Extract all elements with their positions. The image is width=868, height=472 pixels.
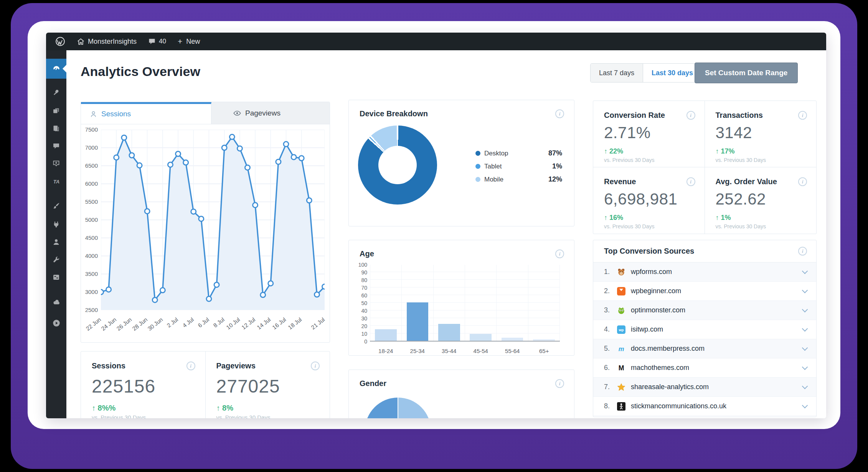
conversion-source-row[interactable]: 4. wp isitwp.com: [593, 320, 816, 339]
x-tick-label: 18 Jul: [287, 316, 303, 331]
info-icon[interactable]: [798, 177, 807, 186]
wordpress-logo-icon[interactable]: [51, 33, 69, 50]
legend-dot: [475, 151, 480, 156]
info-icon[interactable]: [686, 111, 695, 120]
comments-count: 40: [159, 38, 166, 45]
set-custom-date-range-button[interactable]: Set Custom Date Range: [695, 63, 798, 83]
conversion-source-row[interactable]: 8. stickmancommunications.co.uk: [593, 397, 816, 416]
last-7-days-button[interactable]: Last 7 days: [591, 64, 643, 82]
source-domain: wpforms.com: [631, 268, 803, 276]
source-rank: 3.: [604, 306, 617, 314]
legend-value: 1%: [552, 162, 562, 170]
bottom-stat-cards: Sessions 225156 ↑ 8%% vs. Previous 30 Da…: [81, 351, 330, 418]
y-tick-label: 6500: [81, 162, 98, 169]
conversion-rate-value: 2.71%: [604, 124, 695, 142]
wp-admin-sidebar: TA: [46, 50, 66, 418]
source-rank: 7.: [604, 383, 617, 391]
last-30-days-button[interactable]: Last 30 days: [643, 64, 701, 82]
sidebar-item-insights-addons[interactable]: [46, 298, 66, 306]
age-y-tick: 40: [361, 308, 367, 314]
chevron-down-icon[interactable]: [802, 402, 808, 408]
conversion-sources-list: 1. wpforms.com 2. wpbeginner.com 3. opti…: [593, 262, 816, 416]
sidebar-item-thirstyaffiliates[interactable]: TA: [46, 177, 66, 186]
conversion-source-row[interactable]: 5. m docs.memberpress.com: [593, 339, 816, 358]
machothemes-favicon: M: [617, 364, 625, 372]
comments-menu-item[interactable]: 40: [144, 33, 170, 50]
sidebar-item-users[interactable]: [46, 238, 66, 246]
info-icon[interactable]: [798, 247, 807, 256]
legend-item-tablet: Tablet 1%: [475, 162, 562, 170]
conversion-source-row[interactable]: 3. optinmonster.com: [593, 301, 816, 320]
info-icon[interactable]: [186, 361, 195, 370]
source-domain: stickmancommunications.co.uk: [631, 402, 803, 410]
device-breakdown-card: Device Breakdown Desktop 87% Tablet 1%: [348, 100, 574, 226]
plus-icon: +: [178, 37, 182, 46]
sidebar-item-posts[interactable]: [46, 89, 66, 97]
device-breakdown-title: Device Breakdown: [360, 109, 428, 118]
top-conversion-sources-card: Top Conversion Sources 1. wpforms.com 2.…: [593, 240, 817, 417]
sidebar-item-appearance[interactable]: [46, 202, 66, 210]
chart-tabs: Sessions Pageviews: [81, 102, 330, 124]
svg-text:TA: TA: [53, 179, 59, 185]
sidebar-item-settings[interactable]: [46, 273, 66, 281]
age-bar: [438, 324, 460, 341]
date-range-segmented-control: Last 7 days Last 30 days: [590, 63, 702, 83]
chevron-down-icon[interactable]: [802, 268, 808, 274]
revenue-vs: vs. Previous 30 Days: [604, 223, 695, 229]
ta-icon: TA: [51, 177, 61, 186]
chevron-down-icon[interactable]: [802, 345, 808, 351]
site-menu-item[interactable]: MonsterInsights: [73, 33, 140, 50]
info-icon[interactable]: [311, 361, 320, 370]
info-icon[interactable]: [798, 111, 807, 120]
age-y-tick: 30: [361, 315, 367, 322]
x-tick-label: 8 Jul: [212, 316, 225, 329]
conversion-source-row[interactable]: 2. wpbeginner.com: [593, 282, 816, 301]
age-y-tick: 80: [361, 277, 367, 283]
person-icon: [89, 110, 97, 118]
conversion-source-row[interactable]: 7. shareasale-analytics.com: [593, 378, 816, 397]
info-icon[interactable]: [686, 177, 695, 186]
age-bar-column: [370, 265, 401, 341]
info-icon[interactable]: [555, 379, 564, 388]
new-menu-item[interactable]: + New: [174, 33, 204, 50]
comment-bubble-icon: [148, 38, 156, 45]
x-tick-label: 28 Jun: [131, 316, 149, 332]
sidebar-item-pages[interactable]: [46, 124, 66, 132]
age-y-tick: 20: [361, 323, 367, 329]
chevron-down-icon[interactable]: [802, 325, 808, 332]
gender-title: Gender: [360, 379, 386, 388]
age-chart-x-axis: 18-2425-3435-4445-5455-6465+: [370, 348, 560, 354]
top-conversion-sources-title: Top Conversion Sources: [604, 247, 694, 256]
age-bar: [407, 302, 429, 341]
chevron-down-icon[interactable]: [802, 383, 808, 389]
chevron-down-icon[interactable]: [802, 306, 808, 312]
wpbeginner-favicon: [617, 287, 625, 295]
sidebar-item-tools[interactable]: [46, 256, 66, 264]
age-card: Age 0102030405060708090100 18-2425-3435-…: [348, 240, 574, 356]
sidebar-item-plugins[interactable]: [46, 220, 66, 228]
revenue-label: Revenue: [604, 177, 636, 186]
sidebar-item-downloads[interactable]: [46, 160, 66, 168]
new-label: New: [186, 38, 200, 46]
media-icon: [52, 107, 60, 115]
conversion-source-row[interactable]: 6. M machothemes.com: [593, 358, 816, 378]
legend-item-desktop: Desktop 87%: [475, 149, 562, 157]
conversion-source-row[interactable]: 1. wpforms.com: [593, 262, 816, 282]
info-icon[interactable]: [555, 249, 564, 258]
tab-sessions[interactable]: Sessions: [81, 102, 211, 124]
svg-text:m: m: [619, 345, 624, 352]
chevron-down-icon[interactable]: [802, 287, 808, 293]
sidebar-item-monsterinsights[interactable]: [46, 59, 66, 79]
transactions-stat-card: Transactions 3142 ↑ 17% vs. Previous 30 …: [705, 101, 817, 167]
chevron-down-icon[interactable]: [802, 364, 808, 370]
info-icon[interactable]: [555, 109, 564, 118]
avg-order-value-label: Avg. Order Value: [716, 177, 777, 186]
source-rank: 8.: [604, 402, 617, 410]
sidebar-collapse-menu[interactable]: [46, 319, 66, 327]
tab-pageviews[interactable]: Pageviews: [211, 102, 330, 124]
legend-dot: [475, 177, 480, 182]
age-y-tick: 90: [361, 269, 367, 276]
legend-item-mobile: Mobile 12%: [475, 175, 562, 183]
sidebar-item-media[interactable]: [46, 107, 66, 115]
sidebar-item-comments[interactable]: [46, 142, 66, 150]
